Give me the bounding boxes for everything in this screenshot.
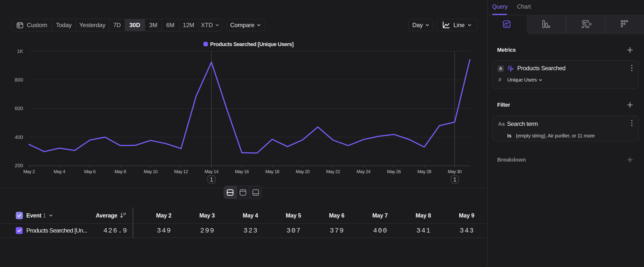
svg-text:200: 200: [15, 163, 23, 168]
svg-text:800: 800: [15, 77, 23, 83]
svg-text:400: 400: [15, 134, 23, 140]
svg-text:May 8: May 8: [115, 169, 126, 174]
svg-text:May 18: May 18: [266, 169, 279, 174]
svg-text:May 10: May 10: [144, 169, 158, 174]
svg-text:May 30: May 30: [448, 169, 462, 174]
svg-text:1: 1: [453, 176, 456, 183]
svg-text:1: 1: [210, 176, 213, 183]
svg-text:May 16: May 16: [235, 169, 249, 174]
svg-text:1K: 1K: [17, 48, 23, 54]
svg-text:May 6: May 6: [84, 169, 96, 174]
svg-text:May 2: May 2: [23, 169, 35, 174]
svg-text:May 28: May 28: [418, 169, 431, 174]
svg-text:600: 600: [15, 105, 23, 111]
svg-text:May 22: May 22: [326, 169, 340, 174]
svg-text:May 24: May 24: [357, 169, 370, 174]
svg-text:May 14: May 14: [205, 169, 218, 174]
svg-text:May 26: May 26: [387, 169, 401, 174]
svg-text:May 12: May 12: [174, 169, 188, 174]
svg-text:May 4: May 4: [54, 169, 65, 174]
svg-text:May 20: May 20: [296, 169, 310, 174]
